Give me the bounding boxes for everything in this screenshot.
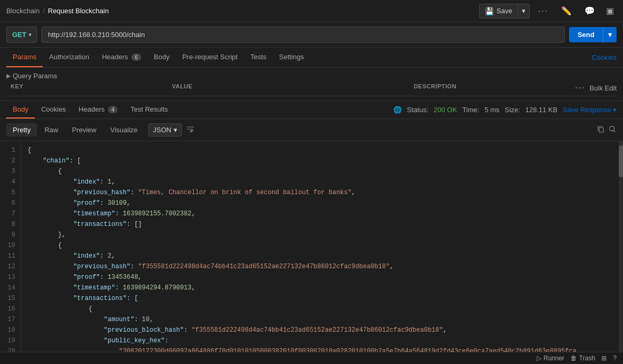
- more-options-button[interactable]: ···: [534, 4, 553, 19]
- tab-pre-request-script[interactable]: Pre-request Script: [176, 48, 244, 67]
- status-label: Status:: [407, 106, 428, 114]
- body-tab-headers[interactable]: Headers 4: [73, 101, 124, 119]
- code-line: "previous_hash": "Times, Chancellor on b…: [28, 188, 619, 198]
- request-tabs-row: Params Authorization Headers 6 Body Pre-…: [0, 48, 623, 68]
- code-line: "chain": [: [28, 156, 619, 167]
- cookies-link[interactable]: Cookies: [592, 53, 617, 61]
- code-line: "amount": 10,: [28, 315, 619, 325]
- view-format-tabs: Pretty Raw Preview Visualize: [6, 123, 144, 136]
- breadcrumb-separator: /: [43, 7, 45, 15]
- save-button[interactable]: 💾 Save: [480, 4, 518, 18]
- save-response-button[interactable]: Save Response ▾: [563, 106, 617, 114]
- help-button[interactable]: ?: [613, 354, 617, 362]
- code-line: {: [28, 241, 619, 251]
- search-button[interactable]: [608, 125, 617, 135]
- view-tab-pretty[interactable]: Pretty: [6, 123, 37, 136]
- bottom-bar: ▷ Runner 🗑 Trash ⊞ ?: [0, 352, 623, 364]
- copy-button[interactable]: [597, 125, 605, 135]
- url-bar: GET ▾ Send ▾: [0, 22, 623, 48]
- svg-rect-0: [599, 128, 603, 132]
- save-label: Save: [496, 7, 512, 15]
- trash-button[interactable]: 🗑 Trash: [571, 354, 595, 362]
- bulk-edit-button[interactable]: Bulk Edit: [590, 84, 617, 92]
- tab-tests[interactable]: Tests: [244, 48, 273, 67]
- code-line: "timestamp": 1639894294.8790913,: [28, 283, 619, 294]
- save-dropdown-arrow[interactable]: ▾: [518, 4, 529, 17]
- split-button[interactable]: ⊞: [601, 354, 607, 362]
- send-button[interactable]: Send: [569, 27, 603, 42]
- body-tab-body[interactable]: Body: [6, 101, 35, 119]
- send-button-group: Send ▾: [569, 27, 617, 42]
- size-value: 128.11 KB: [526, 106, 558, 114]
- send-dropdown-arrow[interactable]: ▾: [603, 27, 617, 42]
- params-more-icon[interactable]: ···: [575, 83, 585, 93]
- col-key-label: KEY: [11, 83, 23, 89]
- edit-icon-button[interactable]: ✏️: [557, 3, 576, 19]
- line-number: 11: [0, 251, 21, 262]
- tab-settings[interactable]: Settings: [273, 48, 310, 67]
- view-tab-preview[interactable]: Preview: [66, 123, 103, 136]
- url-input[interactable]: [41, 26, 565, 43]
- send-label: Send: [577, 31, 594, 39]
- line-number: 14: [0, 283, 21, 294]
- size-label: Size:: [505, 106, 520, 114]
- tab-authorization[interactable]: Authorization: [43, 48, 96, 67]
- line-number: 18: [0, 325, 21, 336]
- tab-body[interactable]: Body: [148, 48, 176, 67]
- line-number: 6: [0, 198, 21, 209]
- breadcrumb-parent: Blockchain: [6, 7, 40, 15]
- method-label: GET: [12, 31, 26, 39]
- line-number: 16: [0, 304, 21, 315]
- method-select[interactable]: GET ▾: [6, 26, 37, 43]
- col-description-label: DESCRIPTION: [414, 83, 457, 89]
- line-number: 7: [0, 209, 21, 220]
- time-value: 5 ms: [484, 106, 499, 114]
- response-status-bar: 🌐 Status: 200 OK Time: 5 ms Size: 128.11…: [393, 106, 617, 114]
- code-line: "previous_hash": "f355581d222498d4ac74bb…: [28, 262, 619, 272]
- line-number: 3: [0, 167, 21, 177]
- view-controls: Pretty Raw Preview Visualize JSON ▾: [0, 119, 623, 141]
- format-select[interactable]: JSON ▾: [148, 123, 182, 136]
- format-label: JSON: [153, 126, 171, 134]
- view-tab-visualize[interactable]: Visualize: [104, 123, 144, 136]
- code-line: "30820122300d06092a864886f70d01010105000…: [28, 347, 619, 352]
- help-icon: ?: [613, 354, 617, 362]
- line-number: 13: [0, 272, 21, 283]
- runner-button[interactable]: ▷ Runner: [537, 354, 564, 362]
- tab-params[interactable]: Params: [6, 48, 43, 67]
- code-line: "index": 1,: [28, 177, 619, 188]
- save-button-group: 💾 Save ▾: [479, 4, 530, 19]
- time-label: Time:: [462, 106, 479, 114]
- runner-label: Runner: [544, 354, 564, 362]
- code-line: "transactions": [: [28, 294, 619, 304]
- scrollbar-thumb[interactable]: [619, 145, 623, 177]
- line-number: 19: [0, 336, 21, 347]
- tab-headers[interactable]: Headers 6: [96, 48, 148, 67]
- view-right-icons: [597, 125, 617, 135]
- code-line: "index": 2,: [28, 251, 619, 262]
- wrap-lines-button[interactable]: [186, 125, 195, 135]
- line-number: 9: [0, 230, 21, 241]
- line-number: 10: [0, 241, 21, 251]
- code-content: { "chain": [ { "index": 1, "previous_has…: [21, 141, 619, 352]
- code-line: "proof": 13453648,: [28, 272, 619, 283]
- runner-icon: ▷: [537, 354, 541, 362]
- col-value-label: VALUE: [172, 83, 193, 89]
- comment-icon-button[interactable]: 💬: [580, 3, 599, 19]
- panel-icon-button[interactable]: ▣: [603, 3, 617, 19]
- save-icon: 💾: [485, 7, 494, 15]
- body-tab-cookies[interactable]: Cookies: [35, 101, 73, 119]
- code-line: {: [28, 145, 619, 156]
- body-tab-test-results[interactable]: Test Results: [124, 101, 174, 119]
- response-tabs-row: Body Cookies Headers 4 Test Results 🌐 St…: [0, 101, 623, 119]
- line-number: 5: [0, 188, 21, 198]
- vertical-scrollbar[interactable]: [619, 141, 623, 352]
- save-response-arrow: ▾: [613, 106, 617, 114]
- line-number: 20: [0, 347, 21, 352]
- breadcrumb-current: Request Blockchain: [48, 7, 109, 15]
- line-number: 17: [0, 315, 21, 325]
- view-tab-raw[interactable]: Raw: [38, 123, 65, 136]
- line-number: 12: [0, 262, 21, 272]
- method-arrow: ▾: [29, 32, 31, 38]
- top-actions: 💾 Save ▾ ··· ✏️ 💬 ▣: [479, 3, 617, 19]
